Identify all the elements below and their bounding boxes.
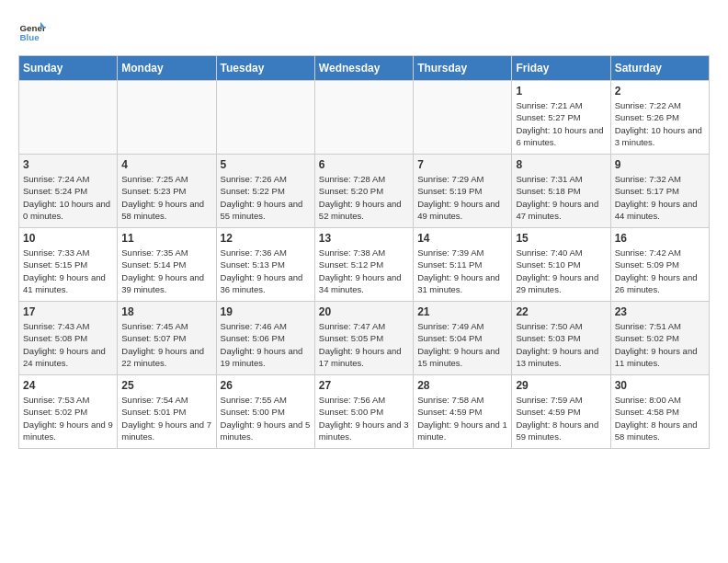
day-number: 5 (221, 158, 311, 171)
day-info: Sunrise: 7:56 AM Sunset: 5:00 PM Dayligh… (319, 394, 409, 442)
day-number: 18 (121, 305, 211, 318)
day-info: Sunrise: 7:32 AM Sunset: 5:17 PM Dayligh… (615, 173, 705, 222)
day-number: 2 (615, 85, 705, 98)
calendar-cell: 22Sunrise: 7:50 AM Sunset: 5:03 PM Dayli… (512, 302, 610, 375)
day-info: Sunrise: 7:39 AM Sunset: 5:11 PM Dayligh… (417, 247, 507, 295)
calendar-cell: 18Sunrise: 7:45 AM Sunset: 5:07 PM Dayli… (118, 302, 216, 375)
weekday-header: Monday (118, 56, 216, 81)
day-number: 25 (121, 379, 211, 392)
calendar-cell: 8Sunrise: 7:31 AM Sunset: 5:18 PM Daylig… (512, 155, 610, 228)
calendar-cell: 11Sunrise: 7:35 AM Sunset: 5:14 PM Dayli… (118, 228, 216, 302)
day-number: 16 (615, 232, 705, 245)
calendar-cell: 17Sunrise: 7:43 AM Sunset: 5:08 PM Dayli… (19, 302, 118, 375)
day-info: Sunrise: 7:29 AM Sunset: 5:19 PM Dayligh… (417, 173, 507, 222)
day-info: Sunrise: 7:26 AM Sunset: 5:22 PM Dayligh… (221, 173, 311, 222)
day-number: 4 (121, 158, 211, 171)
day-number: 28 (417, 379, 507, 392)
logo-icon: General Blue (18, 18, 46, 46)
day-number: 27 (319, 379, 409, 392)
day-info: Sunrise: 7:45 AM Sunset: 5:07 PM Dayligh… (121, 320, 211, 369)
day-info: Sunrise: 7:53 AM Sunset: 5:02 PM Dayligh… (23, 394, 113, 442)
calendar-cell: 28Sunrise: 7:58 AM Sunset: 4:59 PM Dayli… (414, 375, 512, 449)
day-number: 7 (417, 158, 507, 171)
weekday-header: Thursday (414, 56, 512, 81)
day-info: Sunrise: 7:49 AM Sunset: 5:04 PM Dayligh… (417, 320, 507, 369)
day-number: 9 (615, 158, 705, 171)
calendar-cell: 5Sunrise: 7:26 AM Sunset: 5:22 PM Daylig… (216, 155, 314, 228)
day-info: Sunrise: 7:38 AM Sunset: 5:12 PM Dayligh… (319, 247, 409, 295)
day-info: Sunrise: 7:51 AM Sunset: 5:02 PM Dayligh… (615, 320, 705, 369)
weekday-header: Tuesday (216, 56, 314, 81)
calendar-cell: 23Sunrise: 7:51 AM Sunset: 5:02 PM Dayli… (610, 302, 709, 375)
day-info: Sunrise: 7:33 AM Sunset: 5:15 PM Dayligh… (23, 247, 113, 295)
day-info: Sunrise: 7:54 AM Sunset: 5:01 PM Dayligh… (121, 394, 211, 442)
day-number: 13 (319, 232, 409, 245)
day-number: 15 (516, 232, 606, 245)
calendar-cell: 25Sunrise: 7:54 AM Sunset: 5:01 PM Dayli… (118, 375, 216, 449)
calendar-cell: 1Sunrise: 7:21 AM Sunset: 5:27 PM Daylig… (512, 81, 610, 155)
page-header: General Blue (18, 18, 710, 46)
day-info: Sunrise: 7:25 AM Sunset: 5:23 PM Dayligh… (121, 173, 211, 222)
calendar-cell (216, 81, 314, 155)
calendar-cell: 26Sunrise: 7:55 AM Sunset: 5:00 PM Dayli… (216, 375, 314, 449)
calendar-cell: 15Sunrise: 7:40 AM Sunset: 5:10 PM Dayli… (512, 228, 610, 302)
day-info: Sunrise: 7:36 AM Sunset: 5:13 PM Dayligh… (221, 247, 311, 295)
weekday-header: Friday (512, 56, 610, 81)
calendar-cell (314, 81, 413, 155)
day-info: Sunrise: 7:42 AM Sunset: 5:09 PM Dayligh… (615, 247, 705, 295)
calendar-cell: 19Sunrise: 7:46 AM Sunset: 5:06 PM Dayli… (216, 302, 314, 375)
day-info: Sunrise: 7:21 AM Sunset: 5:27 PM Dayligh… (516, 99, 606, 148)
day-number: 6 (319, 158, 409, 171)
day-number: 29 (516, 379, 606, 392)
calendar-cell: 7Sunrise: 7:29 AM Sunset: 5:19 PM Daylig… (414, 155, 512, 228)
day-info: Sunrise: 7:40 AM Sunset: 5:10 PM Dayligh… (516, 247, 606, 295)
calendar: SundayMondayTuesdayWednesdayThursdayFrid… (18, 55, 710, 449)
day-number: 20 (319, 305, 409, 318)
calendar-cell: 24Sunrise: 7:53 AM Sunset: 5:02 PM Dayli… (19, 375, 118, 449)
calendar-cell: 21Sunrise: 7:49 AM Sunset: 5:04 PM Dayli… (414, 302, 512, 375)
day-number: 17 (23, 305, 113, 318)
calendar-cell: 12Sunrise: 7:36 AM Sunset: 5:13 PM Dayli… (216, 228, 314, 302)
calendar-cell: 10Sunrise: 7:33 AM Sunset: 5:15 PM Dayli… (19, 228, 118, 302)
weekday-header: Saturday (610, 56, 709, 81)
calendar-cell: 16Sunrise: 7:42 AM Sunset: 5:09 PM Dayli… (610, 228, 709, 302)
day-number: 11 (121, 232, 211, 245)
day-info: Sunrise: 7:24 AM Sunset: 5:24 PM Dayligh… (23, 173, 113, 222)
day-number: 3 (23, 158, 113, 171)
calendar-cell: 3Sunrise: 7:24 AM Sunset: 5:24 PM Daylig… (19, 155, 118, 228)
day-number: 22 (516, 305, 606, 318)
svg-text:Blue: Blue (20, 32, 40, 42)
day-number: 1 (516, 85, 606, 98)
calendar-cell: 2Sunrise: 7:22 AM Sunset: 5:26 PM Daylig… (610, 81, 709, 155)
calendar-cell: 9Sunrise: 7:32 AM Sunset: 5:17 PM Daylig… (610, 155, 709, 228)
day-info: Sunrise: 7:46 AM Sunset: 5:06 PM Dayligh… (221, 320, 311, 369)
calendar-cell (118, 81, 216, 155)
day-info: Sunrise: 7:22 AM Sunset: 5:26 PM Dayligh… (615, 99, 705, 148)
day-number: 24 (23, 379, 113, 392)
logo: General Blue (18, 18, 50, 46)
day-number: 23 (615, 305, 705, 318)
calendar-cell: 29Sunrise: 7:59 AM Sunset: 4:59 PM Dayli… (512, 375, 610, 449)
day-info: Sunrise: 7:59 AM Sunset: 4:59 PM Dayligh… (516, 394, 606, 442)
day-number: 10 (23, 232, 113, 245)
calendar-cell: 13Sunrise: 7:38 AM Sunset: 5:12 PM Dayli… (314, 228, 413, 302)
calendar-cell (414, 81, 512, 155)
day-number: 19 (221, 305, 311, 318)
calendar-cell: 4Sunrise: 7:25 AM Sunset: 5:23 PM Daylig… (118, 155, 216, 228)
day-number: 12 (221, 232, 311, 245)
day-info: Sunrise: 7:28 AM Sunset: 5:20 PM Dayligh… (319, 173, 409, 222)
day-number: 8 (516, 158, 606, 171)
day-number: 14 (417, 232, 507, 245)
calendar-cell: 14Sunrise: 7:39 AM Sunset: 5:11 PM Dayli… (414, 228, 512, 302)
calendar-cell: 6Sunrise: 7:28 AM Sunset: 5:20 PM Daylig… (314, 155, 413, 228)
day-info: Sunrise: 7:50 AM Sunset: 5:03 PM Dayligh… (516, 320, 606, 369)
day-info: Sunrise: 8:00 AM Sunset: 4:58 PM Dayligh… (615, 394, 705, 442)
calendar-cell: 20Sunrise: 7:47 AM Sunset: 5:05 PM Dayli… (314, 302, 413, 375)
day-info: Sunrise: 7:43 AM Sunset: 5:08 PM Dayligh… (23, 320, 113, 369)
day-info: Sunrise: 7:47 AM Sunset: 5:05 PM Dayligh… (319, 320, 409, 369)
weekday-header: Wednesday (314, 56, 413, 81)
day-number: 26 (221, 379, 311, 392)
day-number: 21 (417, 305, 507, 318)
day-info: Sunrise: 7:31 AM Sunset: 5:18 PM Dayligh… (516, 173, 606, 222)
calendar-cell: 30Sunrise: 8:00 AM Sunset: 4:58 PM Dayli… (610, 375, 709, 449)
